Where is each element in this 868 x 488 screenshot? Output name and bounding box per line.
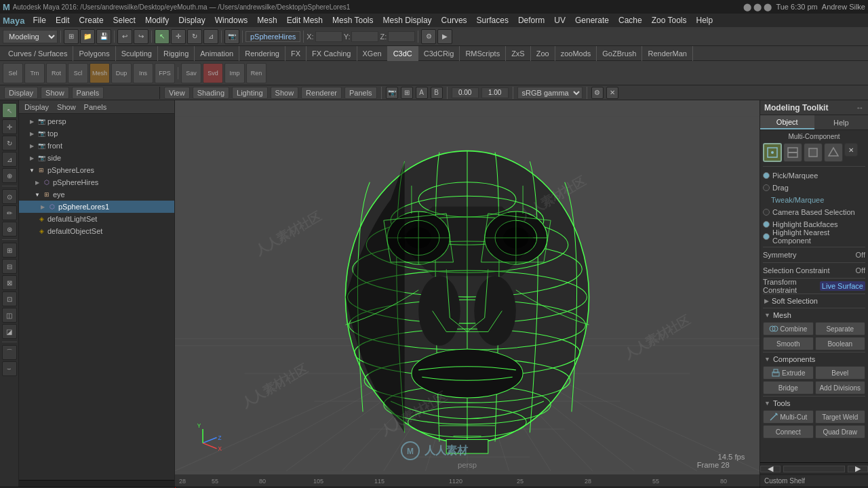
lt-rotate[interactable]: ↻	[2, 136, 17, 150]
row-highlight-nearest[interactable]: Highlight Nearest Component	[763, 230, 865, 243]
lt-snap4[interactable]: ⊡	[2, 291, 17, 306]
shelf-icon-6[interactable]: Ins	[133, 63, 153, 83]
shelf-icon-10[interactable]: Imp	[224, 63, 245, 83]
btn-add-divisions[interactable]: Add Divisions	[815, 381, 866, 394]
tb-move[interactable]: ✛	[171, 29, 186, 44]
shelf-icon-0[interactable]: Sel	[3, 63, 23, 83]
btn-smooth[interactable]: Smooth	[763, 337, 814, 350]
shelf-tab-rmscripts[interactable]: RMScripts	[460, 46, 506, 61]
menu-mesh-display[interactable]: Mesh Display	[379, 14, 436, 26]
shelf-tab-xgen[interactable]: XGen	[357, 46, 388, 61]
z-input[interactable]	[388, 31, 415, 42]
tb-new[interactable]: ⊞	[64, 29, 79, 44]
section-header-mesh[interactable]: ▼ Mesh	[763, 310, 865, 321]
mode-btn-close[interactable]: ✕	[844, 143, 858, 157]
right-tab-object[interactable]: Object	[760, 115, 814, 129]
tb-render[interactable]: ▶	[437, 29, 452, 44]
menu-curves[interactable]: Curves	[437, 14, 471, 26]
shelf-tab-rigging[interactable]: Rigging	[158, 46, 195, 61]
mode-selector[interactable]: Modeling Rigging Animation FX Rendering	[3, 30, 58, 43]
shelf-tab-fxcaching[interactable]: FX Caching	[307, 46, 357, 61]
tb-save[interactable]: 💾	[96, 29, 111, 44]
vp-panels[interactable]: Panels	[344, 87, 377, 99]
tb-rotate[interactable]: ↻	[187, 29, 202, 44]
mode-btn-edge[interactable]	[783, 143, 802, 162]
y-input[interactable]	[351, 31, 378, 42]
vp-num-field[interactable]	[452, 87, 479, 98]
menu-mesh-tools[interactable]: Mesh Tools	[328, 14, 377, 26]
shelf-tab-rendering[interactable]: Rendering	[239, 46, 285, 61]
shelf-tab-curves[interactable]: Curves / Surfaces	[3, 46, 73, 61]
tb-scale[interactable]: ⊿	[203, 29, 218, 44]
tb-undo[interactable]: ↩	[117, 29, 132, 44]
shelf-icon-3[interactable]: Scl	[68, 63, 88, 83]
shelf-icon-8[interactable]: Sav	[181, 63, 201, 83]
lt-snap5[interactable]: ◫	[2, 308, 17, 323]
shelf-tab-polygons[interactable]: Polygons	[73, 46, 115, 61]
shelf-tab-animation[interactable]: Animation	[195, 46, 239, 61]
lt-snap1[interactable]: ⊞	[2, 243, 17, 258]
shelf-icon-2[interactable]: Rot	[46, 63, 66, 83]
right-scroll-left[interactable]: ◀	[760, 466, 781, 472]
menu-generate[interactable]: Generate	[571, 14, 613, 26]
menu-deform[interactable]: Deform	[514, 14, 549, 26]
outliner-item-side[interactable]: ▶ 📷 side	[19, 152, 174, 164]
tb-select[interactable]: ↖	[155, 29, 170, 44]
shelf-icon-9[interactable]: Svd	[203, 63, 223, 83]
outliner-item-front[interactable]: ▶ 📷 front	[19, 140, 174, 152]
menu-uv[interactable]: UV	[550, 14, 570, 26]
menu-surfaces[interactable]: Surfaces	[473, 14, 513, 26]
shelf-tab-fx[interactable]: FX	[285, 46, 307, 61]
menu-create[interactable]: Create	[75, 14, 108, 26]
mode-btn-face[interactable]	[804, 143, 823, 162]
outliner-tab-show[interactable]: Show	[54, 102, 79, 112]
btn-quad-draw[interactable]: Quad Draw	[815, 425, 866, 439]
btn-bridge[interactable]: Bridge	[763, 381, 814, 394]
right-scroll-right[interactable]: ▶	[848, 466, 868, 472]
lt-snap2[interactable]: ⊟	[2, 259, 17, 274]
section-header-soft[interactable]: ▶ Soft Selection	[763, 296, 865, 306]
shelf-icon-7[interactable]: FPS	[155, 63, 175, 83]
shelf-icon-5[interactable]: Dup	[111, 63, 132, 83]
section-header-components[interactable]: ▼ Components	[763, 354, 865, 365]
lt-snap3[interactable]: ⊠	[2, 275, 17, 290]
lt-select[interactable]: ↖	[2, 103, 17, 118]
viewport[interactable]: 人人素材社区 人人素材社区 人人素材社区 人人素材社区 人人素材社区 Z X Y…	[175, 100, 760, 487]
shelf-tab-c3dcrig[interactable]: C3dCRig	[418, 46, 460, 61]
lt-sculpt[interactable]: ⊛	[2, 222, 17, 237]
vp-color-mode[interactable]: sRGB gamma Linear	[517, 87, 583, 99]
row-camera-based[interactable]: Camera Based Selection	[763, 206, 865, 218]
shelf-tab-c3dc[interactable]: C3dC	[388, 46, 418, 61]
btn-connect[interactable]: Connect	[763, 425, 814, 439]
right-scrollbar[interactable]	[783, 466, 845, 472]
shelf-tab-sculpting[interactable]: Sculpting	[116, 46, 158, 61]
lt-lasso[interactable]: ⊙	[2, 189, 17, 204]
shelf-tab-zxs[interactable]: ZxS	[506, 46, 531, 61]
row-sel-constraint[interactable]: Selection Constraint Off	[763, 264, 865, 277]
shelf-tab-gozbrush[interactable]: GoZBrush	[597, 46, 642, 61]
right-tab-help[interactable]: Help	[814, 115, 869, 129]
shelf-tab-renderman[interactable]: RenderMan	[642, 46, 692, 61]
vp-icon-cam[interactable]: 📷	[386, 87, 398, 99]
tb-open[interactable]: 📁	[80, 29, 95, 44]
vp-icon-close[interactable]: ✕	[606, 87, 618, 99]
outliner-item-pspherelores1[interactable]: ▶ ⬡ pSphereLores1	[19, 201, 174, 213]
vp-icon-settings[interactable]: ⚙	[591, 87, 604, 99]
mode-btn-uv[interactable]	[824, 143, 843, 162]
vp-icon-grid[interactable]: ⊞	[401, 87, 413, 99]
shelf-icon-1[interactable]: Trn	[24, 63, 45, 83]
row-drag[interactable]: Drag	[763, 182, 865, 194]
menu-edit-mesh[interactable]: Edit Mesh	[283, 14, 327, 26]
menu-mesh[interactable]: Mesh	[253, 14, 281, 26]
radio-pick-marquee[interactable]	[763, 172, 770, 179]
lt-paint[interactable]: ✏	[2, 205, 17, 220]
btn-combine[interactable]: Combine	[763, 322, 814, 336]
tb-redo[interactable]: ↪	[134, 29, 149, 44]
outliner-tab-display[interactable]: Display	[22, 102, 52, 112]
btn-bevel[interactable]: Bevel	[815, 366, 866, 380]
vp-view[interactable]: View	[164, 87, 190, 99]
vp-renderer[interactable]: Renderer	[301, 87, 342, 99]
check-highlight-backfaces[interactable]	[763, 221, 770, 228]
shelf-icon-11[interactable]: Ren	[246, 63, 267, 83]
menu-file[interactable]: File	[29, 14, 50, 26]
